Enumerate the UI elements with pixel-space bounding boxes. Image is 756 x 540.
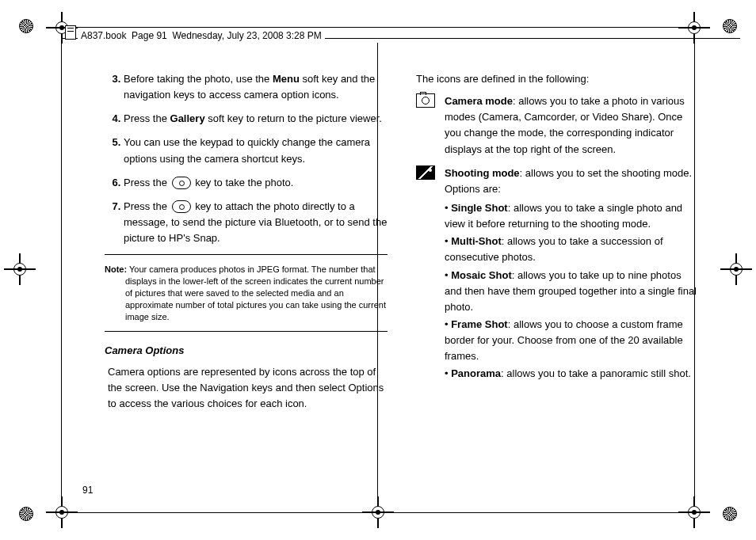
definition-row: Shooting mode: allows you to set the sho… — [416, 165, 699, 384]
sub-option: • Mosaic Shot: allows you to take up to … — [445, 268, 699, 315]
note-label: Note: — [105, 264, 127, 274]
header-text: A837.book Page 91 Wednesday, July 23, 20… — [78, 29, 325, 44]
numbered-steps: Before taking the photo, use the Menu so… — [105, 71, 388, 246]
page-number: 91 — [82, 483, 93, 498]
sub-option: • Panorama: allows you to take a panoram… — [445, 366, 699, 382]
left-column: Before taking the photo, use the Menu so… — [105, 71, 388, 418]
header-date: Wednesday, July 23, 2008 3:28 PM — [172, 30, 321, 41]
right-column: The icons are defined in the following: … — [416, 71, 699, 418]
list-item: Press the key to take the photo. — [124, 175, 388, 191]
definition-title: Shooting mode — [445, 167, 520, 179]
header-file: A837.book — [81, 30, 126, 41]
landscape-icon — [416, 165, 435, 180]
header-page: Page 91 — [132, 30, 167, 41]
definition-title: Camera mode — [445, 95, 513, 107]
sub-option: • Single Shot: allows you to take a sing… — [445, 200, 699, 232]
list-item: Before taking the photo, use the Menu so… — [124, 71, 388, 103]
camera-icon — [416, 93, 435, 108]
camera-key-icon — [172, 200, 191, 213]
sub-option: • Frame Shot: allows you to choose a cus… — [445, 317, 699, 364]
list-item: Press the Gallery soft key to return to … — [124, 111, 388, 127]
section-title: Camera Options — [105, 343, 388, 359]
list-item: Press the key to attach the photo direct… — [124, 199, 388, 246]
right-intro: The icons are defined in the following: — [416, 71, 699, 87]
definition-row: Camera mode: allows you to take a photo … — [416, 93, 699, 158]
section-body: Camera options are represented by icons … — [108, 364, 388, 412]
sub-option: • Multi-Shot: allows you to take a succe… — [445, 234, 699, 265]
note-body: Your camera produces photos in JPEG form… — [125, 264, 386, 321]
camera-key-icon — [172, 177, 191, 189]
book-icon — [65, 25, 76, 40]
note: Note: Your camera produces photos in JPE… — [105, 264, 388, 322]
list-item: You can use the keypad to quickly change… — [124, 135, 388, 166]
